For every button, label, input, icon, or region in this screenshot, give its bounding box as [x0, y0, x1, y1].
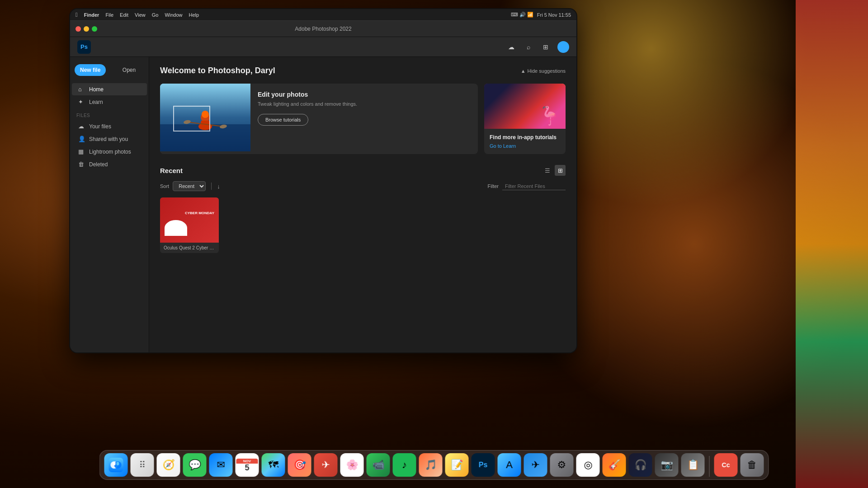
- dock-freeform[interactable]: 🎯: [288, 453, 311, 477]
- minimize-button[interactable]: [84, 26, 89, 32]
- svg-point-13: [113, 462, 116, 465]
- ps-app-bar: Ps ☁ ⌕ ⊞: [70, 37, 576, 57]
- edit-menu[interactable]: Edit: [120, 12, 128, 18]
- dock-safari[interactable]: 🧭: [157, 453, 180, 477]
- dock-airmail[interactable]: ✈: [314, 453, 338, 477]
- sidebar-item-your-files[interactable]: ☁ Your files: [72, 120, 147, 132]
- sort-direction-icon[interactable]: ↓: [217, 183, 220, 190]
- headset-shape: [165, 220, 187, 236]
- files-section-label: FILES: [70, 108, 149, 120]
- edit-photos-card: Edit your photos Tweak lighting and colo…: [160, 84, 478, 154]
- kayak-image: [160, 84, 250, 151]
- sort-select[interactable]: Recent: [173, 181, 206, 191]
- plugins-icon[interactable]: ⊞: [540, 42, 551, 52]
- open-button[interactable]: Open: [117, 64, 141, 76]
- view-menu[interactable]: View: [135, 12, 146, 18]
- dock-clipmenu[interactable]: 📋: [681, 453, 705, 477]
- ps-logo: Ps: [77, 40, 91, 54]
- sidebar-home-label: Home: [89, 86, 104, 93]
- lightroom-icon: ▦: [78, 148, 85, 155]
- svg-point-9: [202, 111, 209, 118]
- sidebar-item-home[interactable]: ⌂ Home: [72, 83, 147, 95]
- edit-photos-card-body: Edit your photos Tweak lighting and colo…: [250, 84, 478, 154]
- your-files-label: Your files: [89, 123, 111, 130]
- recent-file-item[interactable]: Oculus Quest 2 Cyber Monday: [160, 197, 219, 253]
- apple-menu[interactable]: : [75, 11, 78, 18]
- sidebar-item-learn[interactable]: ✦ Learn: [72, 96, 147, 108]
- sidebar-item-lightroom[interactable]: ▦ Lightroom photos: [72, 145, 147, 158]
- dock-testflight[interactable]: ✈: [524, 453, 547, 477]
- dock-photos-app[interactable]: 🌸: [340, 453, 364, 477]
- close-button[interactable]: [75, 26, 81, 32]
- tutorial-card: Find more in-app tutorials Go to Learn: [484, 84, 566, 154]
- filter-area: Filter: [488, 183, 566, 190]
- welcome-title: Welcome to Photoshop, Daryl: [160, 66, 275, 75]
- file-thumbnail: [160, 197, 219, 243]
- dock-notes[interactable]: 📝: [445, 453, 469, 477]
- dock-maps[interactable]: 🗺: [262, 453, 285, 477]
- dock-facetime[interactable]: 📹: [367, 453, 390, 477]
- list-view-button[interactable]: ☰: [542, 165, 553, 176]
- deleted-label: Deleted: [89, 161, 108, 168]
- dock-garageband[interactable]: 🎸: [603, 453, 626, 477]
- tutorial-card-body: Find more in-app tutorials Go to Learn: [484, 129, 566, 154]
- recent-controls: Sort Recent ↓ Filter: [160, 181, 566, 191]
- dock-mail[interactable]: ✉: [209, 453, 233, 477]
- dock-trash[interactable]: 🗑: [741, 453, 764, 477]
- filter-input[interactable]: [502, 183, 566, 190]
- fullscreen-button[interactable]: [92, 26, 97, 32]
- menubar-datetime: Fri 5 Nov 11:55: [537, 12, 571, 18]
- photoshop-window: Adobe Photoshop 2022 Ps ☁ ⌕ ⊞ New file O…: [70, 21, 576, 352]
- help-menu[interactable]: Help: [189, 12, 199, 18]
- window-titlebar: Adobe Photoshop 2022: [70, 21, 576, 37]
- hide-suggestions-button[interactable]: ▲ Hide suggestions: [521, 68, 566, 74]
- browse-tutorials-button[interactable]: Browse tutorials: [258, 114, 308, 126]
- right-decoration: [796, 0, 868, 488]
- dock-launchpad[interactable]: ⠿: [131, 453, 154, 477]
- dock-appstore[interactable]: A: [498, 453, 521, 477]
- window-menu[interactable]: Window: [165, 12, 182, 18]
- new-file-button[interactable]: New file: [75, 64, 106, 76]
- window-title: Adobe Photoshop 2022: [295, 26, 351, 32]
- cloud-icon[interactable]: ☁: [506, 42, 517, 52]
- go-menu[interactable]: Go: [152, 12, 159, 18]
- file-menu[interactable]: File: [105, 12, 113, 18]
- dock-image-capture[interactable]: 📷: [655, 453, 679, 477]
- search-icon[interactable]: ⌕: [523, 42, 534, 52]
- grid-view-button[interactable]: ⊞: [555, 165, 566, 176]
- deleted-icon: 🗑: [78, 161, 85, 168]
- dock-spotify[interactable]: ♪: [393, 453, 416, 477]
- tutorial-title: Find more in-app tutorials: [490, 134, 560, 141]
- dock-calendar[interactable]: NOV 5: [236, 453, 259, 477]
- hide-suggestions-label: Hide suggestions: [528, 68, 566, 74]
- sort-label: Sort: [160, 183, 169, 189]
- recent-header: Recent ☰ ⊞: [160, 165, 566, 176]
- user-avatar[interactable]: [557, 41, 569, 53]
- sidebar-learn-label: Learn: [89, 99, 103, 105]
- dock-capo[interactable]: 🎵: [419, 453, 443, 477]
- filter-label: Filter: [488, 183, 499, 189]
- home-icon: ⌂: [78, 86, 85, 93]
- recent-title: Recent: [160, 167, 183, 174]
- dock-adobecc[interactable]: Cc: [714, 453, 738, 477]
- welcome-header: Welcome to Photoshop, Daryl ▲ Hide sugge…: [160, 66, 566, 75]
- ps-content-area: Welcome to Photoshop, Daryl ▲ Hide sugge…: [149, 57, 576, 352]
- go-to-learn-link[interactable]: Go to Learn: [490, 143, 560, 149]
- dock-divider: [709, 456, 710, 477]
- dock-finder[interactable]: [104, 453, 128, 477]
- finder-menu[interactable]: Finder: [84, 12, 99, 18]
- dock-headphones[interactable]: 🎧: [629, 453, 652, 477]
- dock-messages[interactable]: 💬: [183, 453, 207, 477]
- sidebar-item-deleted[interactable]: 🗑 Deleted: [72, 158, 147, 170]
- suggestions-row: Edit your photos Tweak lighting and colo…: [160, 84, 566, 154]
- mac-menubar:  Finder File Edit View Go Window Help ⌨…: [70, 9, 576, 21]
- dock-system-prefs[interactable]: ⚙: [550, 453, 574, 477]
- dock-chrome[interactable]: ◎: [576, 453, 600, 477]
- menubar-icons: ⌨ 🔊 📶: [511, 12, 533, 18]
- recent-section: Recent ☰ ⊞ Sort Recent ↓: [160, 165, 566, 253]
- dock-photoshop[interactable]: Ps: [472, 453, 495, 477]
- traffic-lights: [75, 26, 97, 32]
- learn-icon: ✦: [78, 99, 85, 105]
- sidebar-item-shared[interactable]: 👤 Shared with you: [72, 133, 147, 145]
- file-name: Oculus Quest 2 Cyber Monday: [160, 243, 219, 253]
